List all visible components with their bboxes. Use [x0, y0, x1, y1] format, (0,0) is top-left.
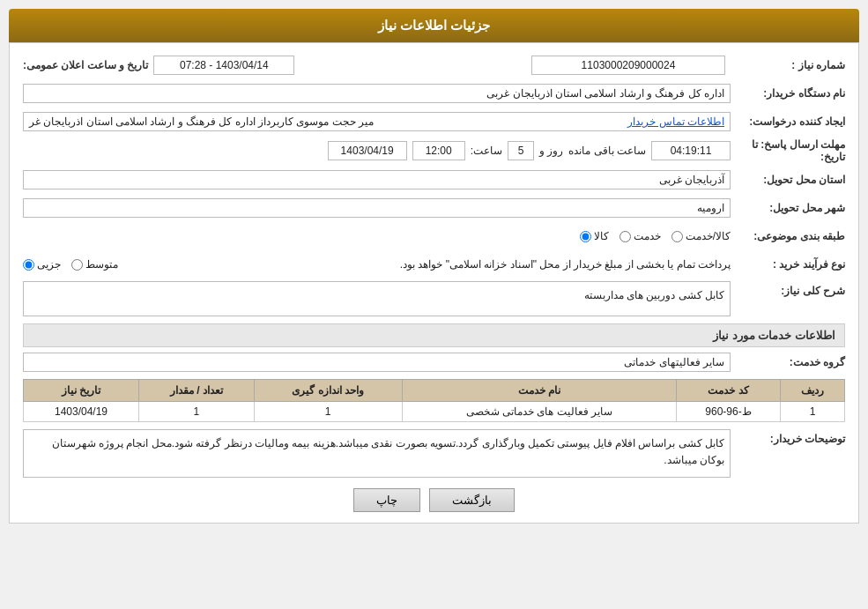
col-unit: واحد اندازه گیری — [254, 380, 402, 402]
province-label: استان محل تحویل: — [731, 174, 845, 186]
back-button[interactable]: بازگشت — [429, 488, 515, 512]
category-label-kala-khedmat: کالا/خدمت — [686, 230, 731, 242]
creator-value: میر حجت موسوی کاربرداز اداره کل فرهنگ و … — [29, 115, 374, 128]
announce-value: 1403/04/14 - 07:28 — [153, 56, 294, 75]
description-label: شرح کلی نیاز: — [731, 281, 845, 297]
category-label: طبقه بندی موضوعی: — [731, 230, 845, 242]
cell-name: سایر فعالیت های خدماتی شخصی — [402, 402, 677, 422]
col-date: تاریخ نیاز — [24, 380, 139, 402]
time-label: ساعت: — [471, 145, 502, 157]
deadline-date: 1403/04/19 — [328, 141, 407, 160]
category-radio-group: کالا/خدمت خدمت کالا — [580, 230, 731, 242]
col-qty: تعداد / مقدار — [138, 380, 254, 402]
button-row: بازگشت چاپ — [23, 488, 845, 512]
creator-label: ایجاد کننده درخواست: — [731, 115, 845, 128]
process-radio-motavaret[interactable] — [71, 259, 83, 271]
buyer-org-value: اداره کل فرهنگ و ارشاد اسلامی استان اذرب… — [23, 84, 731, 103]
deadline-label: مهلت ارسال پاسخ: تا تاریخ: — [731, 138, 845, 163]
print-button[interactable]: چاپ — [353, 488, 420, 512]
col-row: ردیف — [780, 380, 844, 402]
cell-date: 1403/04/19 — [24, 402, 139, 422]
process-label-motavaret: متوسط — [85, 258, 118, 271]
process-radio-jozi[interactable] — [23, 259, 34, 271]
description-value: کابل کشی دوربین های مداربسته — [23, 281, 731, 316]
process-option-motavaret[interactable]: متوسط — [71, 258, 118, 271]
city-label: شهر محل تحویل: — [731, 202, 845, 214]
category-label-khedmat: خدمت — [634, 230, 661, 242]
province-value: آذربایجان غربی — [23, 170, 731, 189]
need-number-value: 1103000209000024 — [531, 56, 725, 75]
process-label: نوع فرآیند خرید : — [731, 258, 845, 271]
creator-contact-link[interactable]: اطلاعات تماس خریدار — [627, 115, 724, 128]
category-label-kala: کالا — [594, 230, 609, 242]
services-section-header: اطلاعات خدمات مورد نیاز — [23, 323, 845, 347]
col-name: نام خدمت — [402, 380, 677, 402]
service-group-value: سایر فعالیتهای خدماتی — [23, 353, 731, 372]
cell-code: ط-96-960 — [677, 402, 781, 422]
process-note: پرداخت تمام یا بخشی از مبلغ خریدار از مح… — [127, 258, 731, 271]
category-option-kala-khedmat[interactable]: کالا/خدمت — [671, 230, 731, 242]
city-value: ارومیه — [23, 198, 731, 218]
category-radio-kala[interactable] — [580, 231, 591, 242]
cell-unit: 1 — [254, 402, 402, 422]
buyer-org-label: نام دستگاه خریدار: — [731, 87, 845, 100]
table-row: 1 ط-96-960 سایر فعالیت های خدماتی شخصی 1… — [24, 402, 845, 422]
cell-qty: 1 — [138, 402, 254, 422]
col-code: کد خدمت — [677, 380, 781, 402]
category-radio-khedmat[interactable] — [619, 231, 631, 242]
deadline-remaining: 04:19:11 — [651, 141, 731, 160]
category-radio-kala-khedmat[interactable] — [671, 231, 683, 242]
process-label-jozi: جزیی — [37, 258, 61, 271]
remaining-label: ساعت باقی مانده — [568, 145, 646, 157]
service-group-label: گروه خدمت: — [731, 356, 845, 368]
announce-label: تاریخ و ساعت اعلان عمومی: — [23, 59, 148, 71]
process-option-jozi[interactable]: جزیی — [23, 258, 61, 271]
buyer-desc-label: توضیحات خریدار: — [731, 429, 845, 445]
deadline-time: 12:00 — [412, 141, 465, 160]
deadline-days: 5 — [508, 141, 534, 160]
services-table: ردیف کد خدمت نام خدمت واحد اندازه گیری ت… — [23, 379, 845, 422]
category-option-kala[interactable]: کالا — [580, 230, 609, 242]
category-option-khedmat[interactable]: خدمت — [619, 230, 661, 242]
page-title: جزئیات اطلاعات نیاز — [9, 9, 859, 42]
buyer-desc-value: کابل کشی براساس افلام فایل پیوستی تکمیل … — [23, 429, 731, 478]
cell-row: 1 — [780, 402, 844, 422]
days-label: روز و — [539, 145, 563, 157]
need-number-label: شماره نیاز : — [731, 59, 845, 71]
